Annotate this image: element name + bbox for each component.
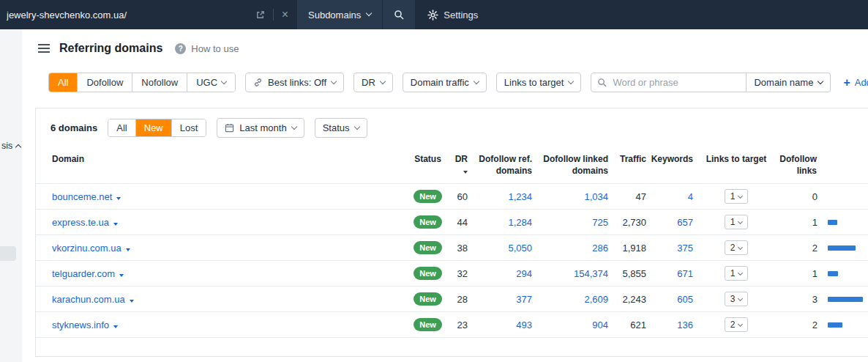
traffic-value: 47 xyxy=(611,184,649,210)
open-in-new-tab-icon[interactable] xyxy=(254,10,266,20)
segment-ugc[interactable]: UGC xyxy=(187,73,235,92)
chevron-down-icon xyxy=(353,123,359,129)
keywords-link[interactable]: 671 xyxy=(677,268,693,279)
column-header-keywords[interactable]: Keywords xyxy=(649,149,696,184)
segment-change-lost[interactable]: Lost xyxy=(172,119,206,136)
column-header-dofollow-links[interactable]: Dofollow links xyxy=(777,149,868,184)
chevron-down-icon xyxy=(738,245,743,250)
period-dropdown[interactable]: Last month xyxy=(217,118,304,138)
keywords-link[interactable]: 375 xyxy=(677,243,693,254)
domain-link[interactable]: bounceme.net xyxy=(52,191,112,202)
links-to-target-select[interactable]: 2 xyxy=(725,317,749,332)
domain-caret-icon[interactable] xyxy=(130,300,134,303)
dofollow-linked-domains-link[interactable]: 2,609 xyxy=(584,294,608,305)
how-to-use-link[interactable]: ? How to use xyxy=(175,43,239,54)
domain-traffic-filter-button[interactable]: Domain traffic xyxy=(403,73,487,92)
page-title: Referring domains xyxy=(59,42,162,55)
segment-change-new[interactable]: New xyxy=(136,119,172,136)
add-filter-button[interactable]: + Add filter xyxy=(843,77,868,89)
dofollow-links-bar xyxy=(828,271,863,276)
dofollow-links-value: 0 xyxy=(777,191,818,202)
links-to-target-select[interactable]: 3 xyxy=(725,292,749,306)
sidebar-section-toggle[interactable]: sis xyxy=(1,141,20,151)
dofollow-ref-domains-link[interactable]: 493 xyxy=(516,319,532,330)
traffic-value: 5,855 xyxy=(611,261,649,287)
domain-caret-icon[interactable] xyxy=(116,197,121,200)
target-url-box: × xyxy=(0,0,297,29)
dofollow-ref-domains-link[interactable]: 377 xyxy=(516,294,532,305)
keywords-link[interactable]: 136 xyxy=(677,319,693,330)
link-icon xyxy=(253,78,263,87)
links-to-target-select[interactable]: 1 xyxy=(725,215,749,229)
links-to-target-label: Links to target xyxy=(504,77,564,88)
segment-nofollow[interactable]: Nofollow xyxy=(132,73,187,92)
period-label: Last month xyxy=(239,122,286,133)
dofollow-ref-domains-link[interactable]: 294 xyxy=(516,268,532,279)
dr-value: 32 xyxy=(449,261,475,287)
keywords-link[interactable]: 657 xyxy=(677,217,693,228)
column-header-links-to-target[interactable]: Links to target xyxy=(696,149,777,184)
topbar-search-icon[interactable] xyxy=(383,0,415,29)
dofollow-ref-domains-link[interactable]: 1,284 xyxy=(508,217,532,228)
dofollow-linked-domains-link[interactable]: 1,034 xyxy=(584,191,608,202)
dofollow-linked-domains-link[interactable]: 904 xyxy=(592,319,608,330)
sidebar-selected-item[interactable] xyxy=(0,246,16,261)
table-row: vkorzinu.com.ua New 38 5,050 286 1,918 3… xyxy=(36,235,868,261)
help-icon: ? xyxy=(175,43,186,54)
dofollow-linked-domains-link[interactable]: 725 xyxy=(592,217,608,228)
status-badge: New xyxy=(414,267,442,280)
chevron-down-icon xyxy=(221,78,227,84)
links-to-target-select[interactable]: 1 xyxy=(725,189,749,204)
column-header-domain[interactable]: Domain xyxy=(36,149,407,184)
settings-label: Settings xyxy=(444,10,478,21)
dofollow-ref-domains-link[interactable]: 1,234 xyxy=(508,191,532,202)
dofollow-linked-domains-link[interactable]: 154,374 xyxy=(574,268,608,279)
column-header-traffic[interactable]: Traffic xyxy=(611,149,649,184)
change-segmented-control: All New Lost xyxy=(108,119,206,137)
dofollow-links-bar xyxy=(828,245,863,251)
domain-link[interactable]: vkorzinu.com.ua xyxy=(52,243,121,254)
domain-link[interactable]: styknews.info xyxy=(52,319,109,330)
keywords-link[interactable]: 4 xyxy=(688,191,693,202)
search-input[interactable] xyxy=(591,73,747,92)
links-to-target-select[interactable]: 1 xyxy=(725,266,749,281)
domain-link[interactable]: express.te.ua xyxy=(52,217,109,228)
plus-icon: + xyxy=(843,77,850,89)
dofollow-links-value: 3 xyxy=(777,294,818,305)
dr-filter-button[interactable]: DR xyxy=(353,73,393,92)
best-links-filter-button[interactable]: Best links: Off xyxy=(245,73,344,92)
status-badge: New xyxy=(414,215,442,229)
dofollow-ref-domains-link[interactable]: 5,050 xyxy=(508,243,532,254)
column-header-status[interactable]: Status xyxy=(407,149,449,184)
column-header-dofollow-linked-domains[interactable]: Dofollow linked domains xyxy=(535,149,611,184)
segment-all[interactable]: All xyxy=(49,73,78,92)
search-scope-dropdown[interactable]: Domain name xyxy=(747,73,831,92)
collapsed-sidebar: sis xyxy=(0,29,22,362)
links-to-target-select[interactable]: 2 xyxy=(725,240,749,255)
domain-caret-icon[interactable] xyxy=(113,325,118,328)
domain-caret-icon[interactable] xyxy=(113,223,118,226)
links-to-target-filter-button[interactable]: Links to target xyxy=(496,73,582,92)
menu-icon[interactable] xyxy=(38,42,50,55)
dofollow-links-value: 1 xyxy=(777,268,818,279)
clear-url-icon[interactable]: × xyxy=(280,9,290,21)
traffic-value: 1,918 xyxy=(611,235,649,261)
subdomains-dropdown[interactable]: Subdomains xyxy=(297,0,383,29)
status-dropdown[interactable]: Status xyxy=(315,118,367,138)
domain-caret-icon[interactable] xyxy=(119,274,124,277)
segment-change-all[interactable]: All xyxy=(108,119,135,136)
column-header-dofollow-ref-domains[interactable]: Dofollow ref. domains xyxy=(475,149,535,184)
chevron-down-icon xyxy=(738,322,743,327)
domain-caret-icon[interactable] xyxy=(126,248,130,251)
table-row: express.te.ua New 44 1,284 725 2,730 657… xyxy=(36,210,868,235)
column-header-dr[interactable]: DR xyxy=(449,149,475,184)
keywords-link[interactable]: 605 xyxy=(677,294,693,305)
domain-link[interactable]: telguarder.com xyxy=(52,268,115,279)
target-url-input[interactable] xyxy=(7,10,247,21)
dofollow-linked-domains-link[interactable]: 286 xyxy=(592,243,608,254)
table-row: bounceme.net New 60 1,234 1,034 47 4 1 0 xyxy=(36,184,868,210)
segment-dofollow[interactable]: Dofollow xyxy=(78,73,132,92)
domain-link[interactable]: karachun.com.ua xyxy=(52,294,125,305)
dofollow-links-bar xyxy=(828,220,863,225)
settings-button[interactable]: Settings xyxy=(427,0,478,29)
